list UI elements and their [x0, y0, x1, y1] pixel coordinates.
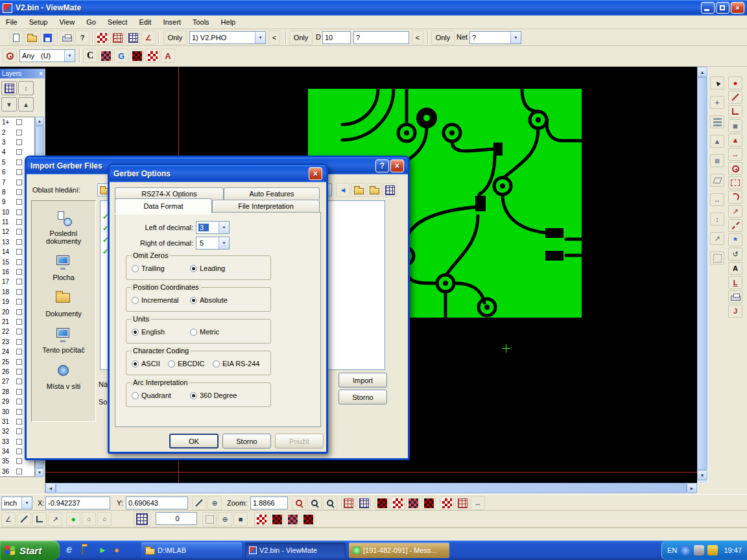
- dcode-pattern-button-5[interactable]: [440, 496, 454, 510]
- draw-pad-button[interactable]: ●: [728, 76, 742, 89]
- grid-snap-button[interactable]: [357, 496, 371, 510]
- layer-down-button[interactable]: ▼: [1, 97, 17, 111]
- label-tool-button[interactable]: L: [728, 276, 742, 289]
- layer-scroll-up-button[interactable]: ▲: [35, 117, 44, 126]
- mirror-button[interactable]: ↔: [710, 193, 724, 206]
- paint-pattern-button-2[interactable]: [270, 512, 284, 526]
- highlight-led-button[interactable]: ●: [66, 512, 80, 526]
- new-file-button[interactable]: [9, 30, 23, 45]
- horizontal-scrollbar[interactable]: ◄ ►: [45, 483, 697, 493]
- radio-english[interactable]: [132, 329, 139, 336]
- rotate-button[interactable]: ↺: [728, 248, 742, 261]
- unit-combobox[interactable]: inch ▼: [1, 496, 32, 509]
- menu-item[interactable]: Setup: [23, 16, 54, 29]
- radio-ascii-label[interactable]: ASCII: [141, 360, 160, 368]
- layer-visibility-checkbox[interactable]: [16, 139, 22, 145]
- draw-circle-pad-button[interactable]: [728, 162, 742, 175]
- menu-item[interactable]: Help: [215, 16, 242, 29]
- layer-visibility-checkbox[interactable]: [16, 389, 22, 395]
- text-aperture-button[interactable]: A: [161, 49, 175, 63]
- group-select-button[interactable]: [126, 30, 140, 45]
- radio-absolute-label[interactable]: Absolute: [200, 296, 228, 304]
- window-titlebar[interactable]: V2.bin - ViewMate ×: [0, 0, 747, 16]
- dialog-help-button[interactable]: ?: [375, 159, 389, 172]
- layer-visibility-checkbox[interactable]: [16, 130, 22, 135]
- radio-trailing[interactable]: [132, 265, 139, 272]
- menu-item[interactable]: Edit: [133, 16, 157, 29]
- paint-pattern-button-1[interactable]: [254, 512, 268, 526]
- aperture-add-button[interactable]: [3, 49, 17, 63]
- right-of-decimal-combobox[interactable]: 5 ▼: [196, 237, 230, 250]
- y-coordinate-field[interactable]: 0.690643: [126, 496, 188, 509]
- menu-item[interactable]: File: [0, 16, 23, 29]
- layer-visibility-checkbox[interactable]: [16, 349, 22, 355]
- layer-visibility-checkbox[interactable]: [16, 299, 22, 305]
- scroll-left-button[interactable]: ◄: [45, 483, 56, 493]
- plot-output-button[interactable]: [728, 290, 742, 303]
- dcode-table-button[interactable]: [134, 511, 150, 527]
- radio-leading[interactable]: [190, 265, 197, 272]
- import-cancel-button[interactable]: Storno: [338, 390, 387, 404]
- layer-visibility-checkbox[interactable]: [16, 309, 22, 315]
- tray-warning-icon[interactable]: [707, 545, 718, 555]
- origin-target-button[interactable]: ⊕: [208, 496, 222, 510]
- angle-0-button[interactable]: ∠: [1, 512, 16, 526]
- mirror-pads-button[interactable]: ↔: [728, 148, 742, 161]
- print-button[interactable]: [60, 30, 74, 45]
- radio-eia-rs244-label[interactable]: EIA RS-244: [222, 360, 259, 368]
- layer-visibility-checkbox[interactable]: [16, 180, 22, 185]
- dashed-line-button[interactable]: [728, 219, 742, 232]
- layer-visibility-checkbox[interactable]: [16, 169, 22, 175]
- previous-layer-button[interactable]: <: [268, 30, 280, 45]
- horizontal-scroll-thumb[interactable]: [56, 483, 687, 493]
- dcode-pattern-button-3[interactable]: [406, 496, 420, 510]
- draw-rect-filled-button[interactable]: ■: [728, 119, 742, 132]
- layer-visibility-checkbox[interactable]: [16, 239, 22, 245]
- gerber-options-titlebar[interactable]: Gerber Options ×: [110, 165, 326, 182]
- tab-data-format[interactable]: Data Format: [115, 198, 212, 213]
- dcode-pattern-button-2[interactable]: [390, 496, 405, 510]
- radio-360-degree[interactable]: [190, 392, 197, 399]
- radio-absolute[interactable]: [190, 297, 197, 304]
- scroll-down-button[interactable]: ▼: [697, 470, 707, 480]
- layer-visibility-checkbox[interactable]: [16, 149, 22, 155]
- radio-quadrant-label[interactable]: Quadrant: [141, 391, 171, 399]
- draw-polyline-button[interactable]: [728, 105, 742, 118]
- menu-item[interactable]: Insert: [157, 16, 187, 29]
- import-dialog-close-button[interactable]: ×: [390, 159, 404, 172]
- flash-pad-button[interactable]: ■: [710, 154, 724, 167]
- layer-visibility-checkbox[interactable]: [16, 379, 22, 384]
- radio-ascii[interactable]: [132, 360, 139, 368]
- taskbar-item-explorer[interactable]: D:\MLAB: [141, 542, 242, 558]
- radio-360-degree-label[interactable]: 360 Degree: [200, 391, 237, 399]
- layer-scroll-down-button[interactable]: ▼: [35, 468, 44, 477]
- only-layer-toggle[interactable]: Only: [163, 30, 187, 45]
- move-vertex-button[interactable]: ↗: [728, 205, 742, 218]
- layer-visibility-checkbox[interactable]: [16, 428, 22, 434]
- zoom-window-button[interactable]: [323, 496, 337, 510]
- layer-visibility-checkbox[interactable]: [16, 469, 22, 474]
- anchor-button-2[interactable]: ■: [233, 512, 248, 526]
- only-net-toggle[interactable]: Only: [431, 30, 455, 45]
- quicklaunch-folder-button[interactable]: [82, 546, 83, 554]
- layer-visibility-checkbox[interactable]: [16, 419, 22, 425]
- import-button[interactable]: Import: [338, 373, 387, 388]
- close-button[interactable]: ×: [731, 2, 744, 14]
- lamp-off-button-2[interactable]: ○: [97, 512, 112, 526]
- minimize-button[interactable]: [701, 2, 715, 14]
- quicklaunch-arrow-button[interactable]: ►: [99, 545, 107, 555]
- layer-visibility-checkbox[interactable]: [16, 458, 22, 464]
- draw-rect-outline-button[interactable]: [728, 176, 742, 189]
- place-desktop[interactable]: Plocha: [32, 254, 95, 281]
- draw-polygon-button[interactable]: ▲: [728, 134, 742, 146]
- layer-visibility-checkbox[interactable]: [16, 319, 22, 325]
- tab-file-interpretation[interactable]: File Interpretation: [212, 200, 320, 212]
- layers-close-button[interactable]: ×: [39, 70, 43, 77]
- place-recent-documents[interactable]: Poslední dokumenty: [32, 210, 95, 245]
- snap-grid-button[interactable]: [710, 251, 724, 264]
- taskbar-item-messenger[interactable]: [191-482-091] - Mess...: [349, 542, 449, 558]
- layer-visibility-checkbox[interactable]: [16, 339, 22, 345]
- previous-dcode-button[interactable]: <: [412, 30, 423, 45]
- taskbar-item-viewmate[interactable]: V2.bin - ViewMate: [245, 542, 346, 558]
- only-dcode-toggle[interactable]: Only: [289, 30, 313, 45]
